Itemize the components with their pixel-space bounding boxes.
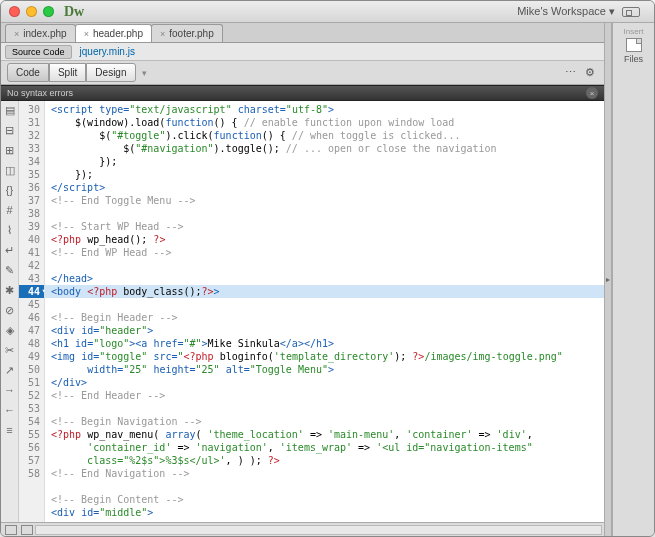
- close-icon[interactable]: ×: [84, 29, 89, 39]
- code-area[interactable]: <script type="text/javascript" charset="…: [45, 101, 604, 522]
- highlight-invalid-icon[interactable]: ⌇: [3, 223, 17, 237]
- tab-index[interactable]: ×index.php: [5, 24, 76, 42]
- status-close-icon[interactable]: ×: [586, 87, 598, 99]
- format-code-icon[interactable]: ≡: [3, 423, 17, 437]
- window-controls: [9, 6, 54, 17]
- split-view-button[interactable]: Split: [49, 63, 86, 82]
- split-horizontal-icon[interactable]: [5, 525, 17, 535]
- settings-icon[interactable]: ⚙: [582, 65, 598, 81]
- status-message: No syntax errors: [7, 88, 73, 98]
- close-icon[interactable]: ×: [160, 29, 165, 39]
- apply-comment-icon[interactable]: ✱: [3, 283, 17, 297]
- panel-collapse-button[interactable]: ▸: [604, 23, 612, 536]
- app-logo: Dw: [64, 4, 84, 20]
- select-parent-icon[interactable]: ◫: [3, 163, 17, 177]
- recent-snippets-icon[interactable]: ✂: [3, 343, 17, 357]
- design-view-button[interactable]: Design: [86, 63, 135, 82]
- expand-icon[interactable]: ⊞: [3, 143, 17, 157]
- app-window: Dw Mike's Workspace ▾ ×index.php ×header…: [0, 0, 655, 537]
- syntax-status-bar: No syntax errors ×: [1, 85, 604, 101]
- panel-header: Insert: [623, 27, 643, 36]
- files-icon[interactable]: [626, 38, 642, 52]
- word-wrap-icon[interactable]: ↵: [3, 243, 17, 257]
- remove-comment-icon[interactable]: ⊘: [3, 303, 17, 317]
- minimize-icon[interactable]: [26, 6, 37, 17]
- open-documents-icon[interactable]: ▤: [3, 103, 17, 117]
- file-tabs: ×index.php ×header.php ×footer.php: [1, 23, 604, 43]
- tab-header[interactable]: ×header.php: [75, 24, 152, 42]
- code-view-button[interactable]: Code: [7, 63, 49, 82]
- tab-footer[interactable]: ×footer.php: [151, 24, 223, 42]
- editor-footer: [1, 522, 604, 536]
- tab-label: index.php: [23, 28, 66, 39]
- coding-toolbar: ▤ ⊟ ⊞ ◫ {} # ⌇ ↵ ✎ ✱ ⊘ ◈ ✂ ↗ → ← ≡: [1, 101, 19, 522]
- move-css-icon[interactable]: ↗: [3, 363, 17, 377]
- code-editor[interactable]: ▤ ⊟ ⊞ ◫ {} # ⌇ ↵ ✎ ✱ ⊘ ◈ ✂ ↗ → ← ≡: [1, 101, 604, 522]
- tab-label: footer.php: [169, 28, 213, 39]
- source-code-button[interactable]: Source Code: [5, 45, 72, 59]
- layout-icon[interactable]: [622, 7, 640, 17]
- balance-braces-icon[interactable]: {}: [3, 183, 17, 197]
- collapse-icon[interactable]: ⊟: [3, 123, 17, 137]
- line-gutter[interactable]: 3031323334353637383940414243444546474849…: [19, 101, 45, 522]
- dropdown-arrow-icon[interactable]: ▾: [142, 68, 147, 78]
- split-vertical-icon[interactable]: [21, 525, 33, 535]
- indent-icon[interactable]: →: [3, 383, 17, 397]
- view-toolbar: Code Split Design ▾ ⋯ ⚙: [1, 61, 604, 85]
- horizontal-scrollbar[interactable]: [35, 525, 602, 535]
- options-icon[interactable]: ⋯: [562, 65, 578, 81]
- line-numbers-icon[interactable]: #: [3, 203, 17, 217]
- close-icon[interactable]: [9, 6, 20, 17]
- outdent-icon[interactable]: ←: [3, 403, 17, 417]
- related-file[interactable]: jquery.min.js: [80, 46, 135, 57]
- zoom-icon[interactable]: [43, 6, 54, 17]
- workspace-switcher[interactable]: Mike's Workspace ▾: [517, 5, 640, 18]
- syntax-error-icon[interactable]: ✎: [3, 263, 17, 277]
- titlebar: Dw Mike's Workspace ▾: [1, 1, 654, 23]
- right-panel: Insert Files: [612, 23, 654, 536]
- workspace-label: Mike's Workspace: [517, 5, 606, 17]
- tab-label: header.php: [93, 28, 143, 39]
- files-label[interactable]: Files: [624, 54, 643, 64]
- wrap-tag-icon[interactable]: ◈: [3, 323, 17, 337]
- related-files-bar: Source Code jquery.min.js: [1, 43, 604, 61]
- close-icon[interactable]: ×: [14, 29, 19, 39]
